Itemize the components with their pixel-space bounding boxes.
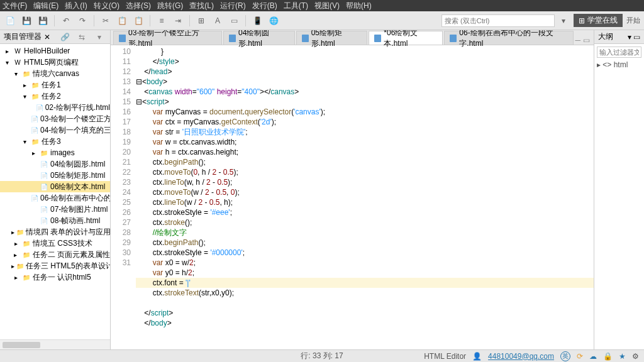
expand-icon[interactable] (29, 216, 38, 225)
minimize-icon[interactable]: ─ (575, 36, 580, 45)
menu-item[interactable]: 查找(L) (189, 1, 214, 11)
indent-icon[interactable]: ⇥ (172, 14, 184, 27)
outline-filter-input[interactable] (597, 47, 641, 58)
expand-icon[interactable]: ▾ (20, 137, 29, 146)
tree-item[interactable]: ▾📁情境六canvas (0, 68, 110, 79)
file-icon: 📄 (40, 216, 48, 225)
tree-item[interactable]: ▾📁任务3 (0, 136, 110, 147)
expand-icon[interactable]: ▾ (20, 92, 29, 101)
expand-icon[interactable]: ▸ (11, 261, 14, 270)
expand-icon[interactable] (29, 182, 38, 191)
horizontal-scrollbar[interactable] (0, 339, 110, 349)
tag-icon[interactable]: ⊞ (195, 14, 208, 27)
save-all-icon[interactable]: 💾 (36, 14, 49, 27)
grid-icon: ⊞ (579, 16, 585, 25)
menu-item[interactable]: 跳转(G) (157, 1, 183, 11)
menu-icon[interactable]: ▾ (97, 33, 106, 41)
paste-icon[interactable]: 📋 (132, 14, 145, 27)
lock-icon[interactable]: 🔒 (603, 352, 613, 361)
tree-item[interactable]: ▸📁任务1 (0, 79, 110, 90)
new-icon[interactable]: 📄 (4, 14, 16, 27)
align-icon[interactable]: ≡ (155, 14, 168, 27)
outline-root[interactable]: ▸ <> html (597, 60, 641, 69)
menu-item[interactable]: 插入(I) (65, 1, 87, 11)
editor-tab[interactable]: *06绘制文本.html (369, 31, 443, 45)
menu-item[interactable]: 发行(B) (252, 1, 277, 11)
save-icon[interactable]: 💾 (20, 14, 33, 27)
tree-item[interactable]: ▸WHelloHBuilder (0, 45, 110, 57)
expand-icon[interactable]: ▸ (11, 273, 20, 282)
code-lines[interactable]: } </style> </head>⊟<body> <canvas width=… (136, 45, 594, 349)
tree-item[interactable]: ▾WHTML5网页编程 (0, 57, 110, 68)
menu-item[interactable]: 帮助(H) (346, 1, 372, 11)
tree-item[interactable]: ▸📁情境四 表单的设计与应用 (0, 226, 110, 238)
tree-item[interactable]: 📄05绘制矩形.html (0, 170, 110, 181)
menu-item[interactable]: 编辑(E) (33, 1, 58, 11)
file-icon: 📄 (31, 114, 38, 123)
undo-icon[interactable]: ↶ (60, 14, 72, 27)
file-icon: 📄 (36, 103, 43, 112)
outline-menu-icon[interactable]: ▾ ▭ (628, 33, 640, 41)
menu-item[interactable]: 运行(R) (220, 1, 246, 11)
tree-item[interactable]: 📄02-绘制平行线.html (0, 102, 110, 113)
cloud-icon[interactable]: ☁ (589, 352, 597, 361)
menu-item[interactable]: 文件(F) (3, 1, 27, 11)
editor-tab[interactable]: 05绘制矩形.html (296, 31, 368, 45)
tree-item[interactable]: 📄08-帧动画.html (0, 215, 110, 226)
expand-icon[interactable] (29, 171, 38, 180)
expand-icon[interactable]: ▸ (20, 80, 29, 89)
menu-item[interactable]: 工具(T) (284, 1, 308, 11)
search-input[interactable] (441, 14, 555, 27)
tree-item[interactable]: 📄04-绘制一个填充的三角形 (0, 124, 110, 136)
expand-icon[interactable] (29, 103, 34, 112)
phone-icon[interactable]: 📱 (251, 14, 264, 27)
search-dropdown-icon[interactable]: ▾ (557, 14, 570, 27)
menu-item[interactable]: 视图(V) (314, 1, 340, 11)
redo-icon[interactable]: ↷ (76, 14, 89, 27)
settings-icon[interactable]: ⚙ (632, 352, 639, 361)
tree-item[interactable]: 📄06绘制文本.html (0, 181, 110, 192)
tree-item[interactable]: 📄07-绘制图片.html (0, 204, 110, 215)
file-icon (302, 35, 309, 42)
copy-icon[interactable]: 📋 (116, 14, 128, 27)
link-icon[interactable]: 🔗 (60, 33, 69, 41)
browser-icon[interactable]: 🌐 (267, 14, 280, 27)
expand-icon[interactable]: ▸ (3, 47, 11, 55)
format-icon[interactable]: ▭ (228, 14, 240, 27)
tree-item[interactable]: ▸📁任务三 HTML5的表单设计 (0, 260, 110, 272)
editor-tabs: 03-绘制一个镂空正方形.html04绘制圆形.html05绘制矩形.html*… (111, 30, 594, 45)
tree-item[interactable]: ▸📁任务一 认识html5 (0, 272, 110, 283)
expand-icon[interactable]: ▾ (11, 69, 20, 78)
ime-indicator[interactable]: 英 (560, 351, 570, 361)
user-link[interactable]: 44810049@qq.com (488, 352, 554, 361)
expand-icon[interactable] (29, 160, 38, 168)
expand-icon[interactable]: ▾ (3, 58, 11, 67)
tree-item[interactable]: ▾📁任务2 (0, 90, 110, 102)
tree-item[interactable]: 📄06-绘制在画布中心的一段 (0, 192, 110, 204)
expand-icon[interactable]: ▸ (29, 148, 38, 157)
sync-icon[interactable]: ⟳ (577, 352, 583, 361)
collapse-icon[interactable]: ⇆ (79, 33, 87, 41)
menu-item[interactable]: 选择(S) (126, 1, 151, 11)
expand-icon[interactable]: ▸ (11, 250, 20, 259)
editor-tab[interactable]: 03-绘制一个镂空正方形.html (113, 31, 222, 45)
tree-item[interactable]: ▸📁任务二 页面元素及属性 (0, 249, 110, 260)
expand-icon[interactable]: ▸ (11, 239, 20, 248)
file-icon (229, 35, 236, 42)
star-icon[interactable]: ★ (619, 352, 626, 361)
tree-item[interactable]: ▸📁情境五 CSS3技术 (0, 238, 110, 249)
editor-tab[interactable]: 06-绘制在画布中心的一段文字.html (444, 31, 574, 45)
file-tree[interactable]: ▸WHelloHBuilder▾WHTML5网页编程▾📁情境六canvas▸📁任… (0, 44, 110, 339)
maximize-icon[interactable]: ▭ (583, 36, 590, 45)
open-button[interactable]: 开始 (626, 16, 640, 25)
menu-item[interactable]: 转义(O) (94, 1, 119, 11)
code-editor[interactable]: 1011121314151617181920212223242526272829… (111, 45, 594, 349)
editor-tab[interactable]: 04绘制圆形.html (223, 31, 295, 45)
tree-item[interactable]: 📄04绘制圆形.html (0, 158, 110, 170)
tree-item[interactable]: 📄03-绘制一个镂空正方形.h (0, 113, 110, 124)
expand-icon[interactable] (29, 205, 38, 214)
tree-item[interactable]: ▸📁images (0, 147, 110, 158)
expand-icon[interactable]: ▸ (11, 228, 14, 236)
a-icon[interactable]: A (211, 14, 224, 27)
cut-icon[interactable]: ✂ (99, 14, 112, 27)
